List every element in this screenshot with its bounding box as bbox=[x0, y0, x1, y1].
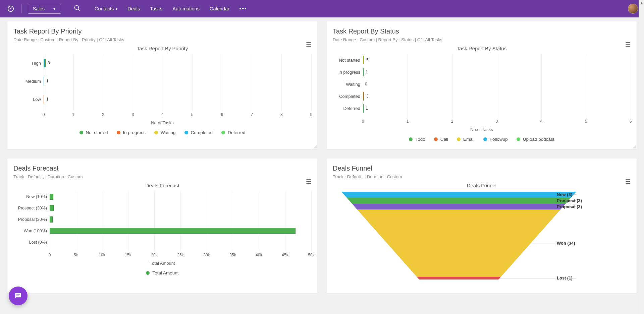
xaxis-tick: 5k bbox=[74, 253, 78, 257]
legend-item[interactable]: Call bbox=[434, 137, 448, 142]
svg-line-3 bbox=[78, 9, 79, 10]
bar-category-label: Medium bbox=[13, 79, 41, 84]
funnel-stage-label: Won (34) bbox=[557, 241, 575, 246]
nav-item-label: Automations bbox=[172, 6, 200, 11]
bar-segment[interactable] bbox=[363, 104, 364, 113]
legend-item[interactable]: Waiting bbox=[154, 130, 176, 135]
nav-items: Contacts ▾ Deals Tasks Automations Calen… bbox=[95, 6, 247, 12]
scroll-up-icon[interactable]: ▲ bbox=[639, 0, 644, 5]
funnel-slice[interactable] bbox=[357, 209, 560, 277]
funnel-slice[interactable] bbox=[347, 198, 571, 204]
nav-item-automations[interactable]: Automations bbox=[172, 6, 200, 12]
xaxis-label: No.of Tasks bbox=[13, 120, 311, 125]
xaxis-tick: 3 bbox=[132, 112, 134, 117]
chart-bar-row: Deferred1 bbox=[363, 102, 631, 114]
dashboard-content: Task Report By Priority Date Range : Cus… bbox=[0, 17, 644, 313]
chart-bar-row: Completed3 bbox=[363, 90, 631, 102]
bar-category-label: Low bbox=[13, 97, 41, 102]
bar-total-label: 0 bbox=[365, 82, 367, 86]
vertical-scrollbar[interactable]: ▲ bbox=[639, 0, 644, 313]
legend-dot-icon bbox=[184, 131, 188, 134]
svg-rect-9 bbox=[16, 295, 20, 295]
chart-menu-icon[interactable]: ☰ bbox=[625, 41, 631, 48]
bar-segment[interactable] bbox=[44, 95, 44, 104]
xaxis-tick: 50k bbox=[308, 253, 314, 257]
funnel-slice[interactable] bbox=[341, 192, 576, 198]
bar-segment[interactable] bbox=[50, 228, 296, 234]
bar-category-label: Prospect (30%) bbox=[16, 206, 47, 210]
xaxis-tick: 25k bbox=[177, 253, 183, 257]
xaxis-tick: 45k bbox=[282, 253, 288, 257]
legend-item[interactable]: Not started bbox=[79, 130, 108, 135]
card-deals-funnel: Deals Funnel Track : Default , | Duratio… bbox=[327, 159, 637, 293]
legend-dot-icon bbox=[117, 131, 120, 134]
xaxis-tick: 6 bbox=[221, 112, 223, 117]
chat-icon bbox=[14, 292, 22, 300]
chart-menu-icon[interactable]: ☰ bbox=[306, 41, 311, 48]
legend-item[interactable]: Upload podcast bbox=[517, 137, 554, 142]
chart-funnel: New (3)Prospect (3)Proposal (3)Won (34)L… bbox=[333, 192, 631, 286]
legend-item[interactable]: Completed bbox=[184, 130, 213, 135]
nav-item-label: Deals bbox=[127, 6, 140, 11]
xaxis-tick: 0 bbox=[43, 112, 45, 117]
legend-item[interactable]: Followup bbox=[483, 137, 508, 142]
bar-segment[interactable] bbox=[364, 92, 364, 101]
nav-item-contacts[interactable]: Contacts ▾ bbox=[95, 6, 117, 12]
funnel-stage-label: Proposal (3) bbox=[557, 204, 582, 209]
resize-handle-icon[interactable] bbox=[631, 144, 636, 148]
chart-forecast: New (10%)Prospect (30%)Proposal (30%)Won… bbox=[13, 191, 311, 275]
xaxis-tick: 2 bbox=[451, 119, 453, 124]
legend-label: Deferred bbox=[228, 130, 246, 135]
legend-label: Total Amount bbox=[152, 270, 178, 275]
bar-segment[interactable] bbox=[50, 205, 54, 211]
xaxis-tick: 30k bbox=[203, 253, 210, 257]
chat-fab[interactable] bbox=[9, 287, 28, 305]
search-icon[interactable] bbox=[74, 5, 80, 13]
chart-menu-icon[interactable]: ☰ bbox=[625, 178, 631, 185]
module-selector[interactable]: Sales ▼ bbox=[28, 4, 61, 14]
legend-item[interactable]: Email bbox=[457, 137, 475, 142]
legend-label: Upload podcast bbox=[523, 137, 554, 142]
card-title: Task Report By Priority bbox=[13, 27, 311, 35]
bar-category-label: Deferred bbox=[333, 106, 360, 111]
funnel-slice[interactable] bbox=[352, 203, 566, 209]
bar-segment[interactable] bbox=[50, 194, 53, 200]
nav-item-label: Calendar bbox=[210, 6, 229, 11]
bar-segment[interactable] bbox=[364, 56, 364, 64]
legend-item[interactable]: Todo bbox=[409, 137, 425, 142]
xaxis-tick: 5 bbox=[191, 112, 194, 117]
nav-item-calendar[interactable]: Calendar bbox=[210, 6, 229, 12]
card-title: Deals Funnel bbox=[333, 165, 631, 172]
funnel-stage-label: Prospect (3) bbox=[557, 198, 582, 203]
nav-item-label: Tasks bbox=[150, 6, 162, 11]
nav-item-deals[interactable]: Deals bbox=[127, 6, 140, 12]
legend-item[interactable]: In progress bbox=[117, 130, 146, 135]
bar-segment[interactable] bbox=[363, 68, 364, 76]
bar-category-label: New (10%) bbox=[16, 194, 47, 199]
card-task-status: Task Report By Status Date Range : Custo… bbox=[327, 21, 637, 149]
chart-title: Deals Funnel bbox=[333, 183, 631, 188]
bar-total-label: 3 bbox=[366, 94, 369, 99]
bar-segment[interactable] bbox=[45, 59, 46, 67]
bar-segment[interactable] bbox=[50, 216, 53, 223]
chart-title: Deals Forecast bbox=[13, 183, 311, 188]
xaxis-label: Total Amount bbox=[13, 261, 311, 266]
chart-legend: TodoCallEmailFollowupUpload podcast bbox=[333, 137, 631, 142]
xaxis-label: No.of Tasks bbox=[333, 127, 631, 132]
chart-bar-row: Not started5 bbox=[363, 54, 631, 66]
bar-category-label: Not started bbox=[333, 58, 360, 63]
xaxis-tick: 35k bbox=[229, 253, 236, 257]
funnel-slice[interactable] bbox=[417, 277, 501, 279]
legend-item[interactable]: Total Amount bbox=[146, 270, 178, 275]
resize-handle-icon[interactable] bbox=[312, 144, 317, 148]
legend-item[interactable]: Deferred bbox=[221, 130, 246, 135]
nav-item-tasks[interactable]: Tasks bbox=[150, 6, 162, 12]
legend-label: Email bbox=[463, 137, 475, 142]
bar-total-label: 1 bbox=[46, 79, 49, 83]
app-logo-icon[interactable] bbox=[6, 4, 15, 13]
nav-more-icon[interactable]: ••• bbox=[239, 6, 247, 12]
chart-menu-icon[interactable]: ☰ bbox=[306, 178, 311, 185]
user-avatar[interactable] bbox=[628, 4, 638, 14]
bar-segment[interactable] bbox=[44, 77, 44, 85]
top-nav: Sales ▼ Contacts ▾ Deals Tasks Automatio… bbox=[0, 0, 644, 17]
